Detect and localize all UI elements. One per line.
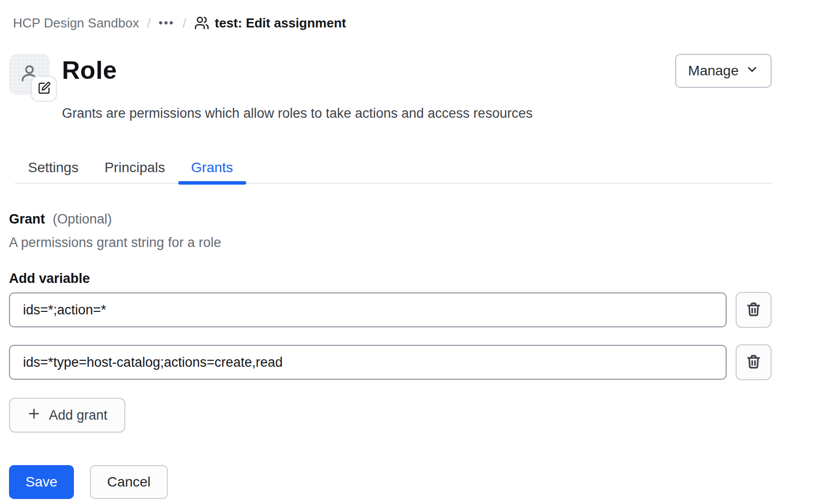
avatar-edit-button[interactable] (31, 76, 57, 102)
grant-row (9, 292, 772, 328)
breadcrumb: HCP Design Sandbox / ••• / test: Edit as… (13, 15, 772, 31)
breadcrumb-current-label: test: Edit assignment (215, 15, 346, 31)
delete-grant-button-2[interactable] (736, 344, 772, 380)
grant-field-optional: (Optional) (53, 212, 112, 227)
page-title: Role (62, 57, 532, 84)
manage-button-label: Manage (688, 63, 739, 79)
tab-principals[interactable]: Principals (91, 160, 178, 183)
add-grant-button-label: Add grant (49, 408, 107, 423)
cancel-button[interactable]: Cancel (90, 465, 168, 499)
save-button[interactable]: Save (9, 465, 74, 499)
role-avatar-wrap (9, 54, 50, 95)
breadcrumb-separator: / (147, 15, 150, 31)
delete-grant-button-1[interactable] (736, 292, 772, 328)
form-actions: Save Cancel (9, 465, 772, 499)
tab-grants[interactable]: Grants (178, 160, 246, 183)
grant-field-label-row: Grant (Optional) (9, 212, 772, 227)
users-icon (194, 15, 209, 30)
trash-icon (745, 353, 762, 372)
breadcrumb-item-current: test: Edit assignment (194, 15, 346, 31)
grant-field-help: A permissions grant string for a role (9, 235, 772, 250)
manage-button[interactable]: Manage (675, 54, 772, 88)
chevron-down-icon (746, 63, 759, 79)
breadcrumb-item-ellipsis[interactable]: ••• (159, 16, 175, 29)
plus-icon (27, 407, 41, 424)
add-variable-label: Add variable (9, 271, 772, 286)
tab-settings[interactable]: Settings (15, 160, 91, 183)
page-header: Role Grants are permissions which allow … (9, 54, 772, 121)
tab-bar: Settings Principals Grants (15, 160, 772, 184)
add-grant-button[interactable]: Add grant (9, 398, 125, 433)
breadcrumb-separator: / (183, 15, 186, 31)
title-block: Role Grants are permissions which allow … (62, 54, 532, 121)
grant-input-1[interactable] (9, 292, 727, 327)
role-edit-page: HCP Design Sandbox / ••• / test: Edit as… (9, 0, 772, 499)
grant-row (9, 344, 772, 380)
grant-field-label: Grant (9, 212, 45, 227)
grant-input-2[interactable] (9, 345, 727, 380)
trash-icon (745, 301, 762, 319)
page-subtitle: Grants are permissions which allow roles… (62, 106, 532, 121)
breadcrumb-item-hcp-design-sandbox[interactable]: HCP Design Sandbox (13, 15, 139, 31)
edit-pencil-icon (37, 81, 51, 97)
